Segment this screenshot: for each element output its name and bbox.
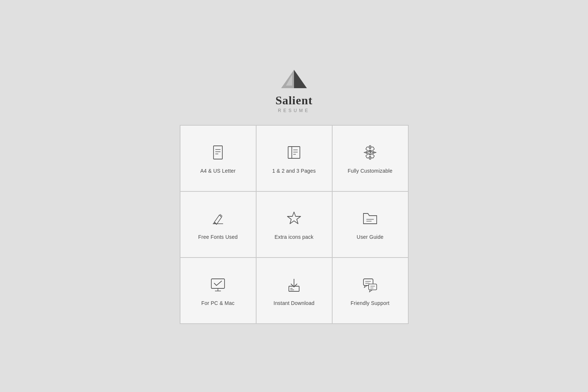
logo-title: Salient	[275, 94, 312, 107]
svg-rect-3	[214, 146, 222, 159]
grid-cell-download: Instant Download	[256, 258, 332, 324]
grid-cell-a4: A4 & US Letter	[180, 125, 256, 191]
document-icon	[208, 143, 227, 162]
chat-icon	[361, 275, 380, 294]
grid-cell-fonts: Free Fonts Used	[180, 191, 256, 258]
svg-marker-0	[294, 70, 307, 88]
grid-cell-support: Friendly Support	[332, 258, 408, 324]
cell-label-pc-mac: For PC & Mac	[201, 300, 234, 306]
folder-icon	[361, 209, 380, 228]
svg-marker-17	[287, 212, 301, 224]
monitor-icon	[208, 275, 227, 294]
logo-section: Salient RESUME	[275, 68, 312, 113]
pencil-icon	[208, 209, 227, 228]
cell-label-fonts: Free Fonts Used	[198, 234, 237, 240]
cell-label-download: Instant Download	[273, 300, 314, 306]
svg-rect-30	[369, 284, 377, 290]
gear-icon: ?	[361, 143, 380, 162]
download-icon	[284, 275, 304, 294]
cell-label-guide: User Guide	[357, 234, 384, 240]
cell-label-icons: Extra icons pack	[275, 234, 313, 240]
svg-text:?: ?	[369, 151, 371, 155]
star-icon	[284, 209, 304, 228]
grid-cell-customizable: ? Fully Customizable	[332, 125, 408, 191]
features-grid: A4 & US Letter 1 & 2 and 3 Pages	[180, 125, 409, 324]
svg-rect-8	[292, 147, 300, 158]
grid-cell-icons: Extra icons pack	[256, 191, 332, 258]
grid-cell-pc-mac: For PC & Mac	[180, 258, 256, 324]
grid-cell-pages: 1 & 2 and 3 Pages	[256, 125, 332, 191]
logo-triangle	[279, 68, 309, 90]
cell-label-a4: A4 & US Letter	[200, 168, 236, 174]
grid-cell-guide: User Guide	[332, 191, 408, 258]
cell-label-support: Friendly Support	[351, 300, 390, 306]
cell-label-customizable: Fully Customizable	[348, 168, 392, 174]
cell-label-pages: 1 & 2 and 3 Pages	[272, 168, 316, 174]
pages-icon	[284, 143, 304, 162]
logo-subtitle: RESUME	[278, 108, 310, 113]
svg-rect-20	[211, 279, 225, 288]
